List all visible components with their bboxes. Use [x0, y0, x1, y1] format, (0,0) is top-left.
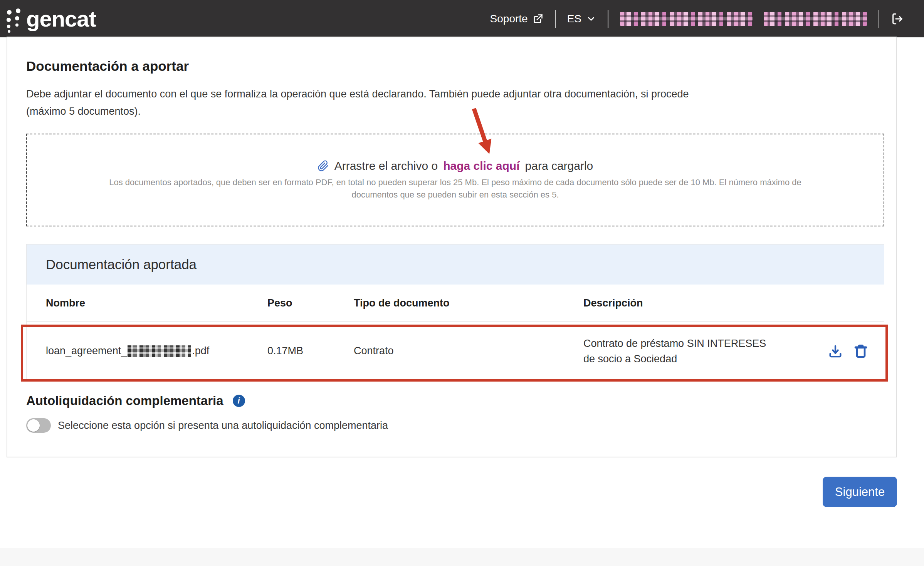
page-title: Documentación a aportar — [26, 59, 189, 74]
language-selector[interactable]: ES — [567, 13, 596, 25]
autoliquidacion-toggle-row: Seleccione esta opción si presenta una a… — [26, 418, 388, 433]
gencat-dots-icon — [6, 5, 24, 32]
logout-button[interactable] — [891, 12, 904, 25]
column-tipo: Tipo de documento — [354, 297, 583, 309]
dropzone-help-text: Los documentos aportados, que deben ser … — [109, 176, 801, 201]
dropzone-text-prefix: Arrastre el archivo o — [334, 159, 438, 172]
file-dropzone[interactable]: Arrastre el archivo o haga clic aquí par… — [26, 134, 884, 226]
header-divider — [879, 10, 879, 28]
dropzone-text-suffix: para cargarlo — [525, 159, 593, 172]
gencat-logo[interactable]: gencat — [6, 5, 96, 32]
autoliquidacion-heading: Autoliquidación complementaria i — [26, 394, 245, 408]
cell-file-size: 0.17MB — [267, 345, 354, 357]
trash-icon — [853, 343, 869, 359]
user-identity-redacted — [620, 12, 867, 26]
footer — [0, 548, 924, 566]
dropzone-main-line: Arrastre el archivo o haga clic aquí par… — [318, 159, 593, 172]
info-icon[interactable]: i — [233, 395, 245, 407]
table-header-row: Nombre Peso Tipo de documento Descripció… — [27, 285, 884, 322]
language-label: ES — [567, 13, 581, 25]
cell-description: Contrato de préstamo SIN INTERESES de so… — [583, 336, 774, 367]
dropzone-help-line-2: documentos que se pueden subir en esta s… — [109, 189, 801, 201]
intro-text: Debe adjuntar el documento con el que se… — [26, 85, 689, 120]
logout-icon — [891, 12, 904, 25]
toggle-knob — [27, 419, 40, 432]
uploaded-docs-section: Documentación aportada Nombre Peso Tipo … — [26, 244, 884, 380]
autoliquidacion-toggle[interactable] — [26, 418, 51, 433]
cell-doc-type: Contrato — [354, 345, 583, 357]
redacted-pixel-block — [764, 12, 867, 26]
chevron-down-icon — [586, 14, 596, 24]
download-icon — [828, 343, 843, 359]
column-nombre: Nombre — [46, 297, 267, 309]
table-row: loan_agreement_ .pdf 0.17MB Contrato Con… — [27, 322, 884, 380]
intro-line-2: (máximo 5 documentos). — [26, 103, 689, 120]
download-button[interactable] — [828, 343, 843, 359]
autoliquidacion-toggle-label: Seleccione esta opción si presenta una a… — [58, 420, 388, 432]
redacted-pixel-block — [620, 12, 753, 26]
header-divider — [555, 10, 556, 28]
autoliquidacion-title-text: Autoliquidación complementaria — [26, 394, 223, 408]
column-peso: Peso — [267, 297, 354, 309]
row-actions — [822, 343, 869, 359]
paperclip-icon — [318, 160, 329, 172]
cell-file-name: loan_agreement_ .pdf — [46, 345, 267, 357]
header-actions: Soporte ES — [490, 10, 924, 28]
redacted-pixel-block — [128, 345, 191, 357]
uploaded-docs-title: Documentación aportada — [46, 257, 197, 272]
support-link[interactable]: Soporte — [490, 13, 543, 25]
uploaded-docs-header: Documentación aportada — [27, 244, 884, 285]
next-button[interactable]: Siguiente — [823, 477, 897, 507]
gencat-logo-text: gencat — [26, 8, 96, 30]
delete-button[interactable] — [853, 343, 869, 359]
external-link-icon — [533, 13, 543, 24]
support-link-label: Soporte — [490, 13, 528, 25]
upload-click-link[interactable]: haga clic aquí — [443, 159, 519, 172]
file-name-prefix: loan_agreement_ — [46, 345, 127, 357]
column-descripcion: Descripción — [583, 297, 822, 309]
top-bar: gencat Soporte ES — [0, 0, 924, 37]
header-divider — [608, 10, 608, 28]
file-name-suffix: .pdf — [192, 345, 209, 357]
dropzone-help-line-1: Los documentos aportados, que deben ser … — [109, 176, 801, 189]
intro-line-1: Debe adjuntar el documento con el que se… — [26, 85, 689, 103]
